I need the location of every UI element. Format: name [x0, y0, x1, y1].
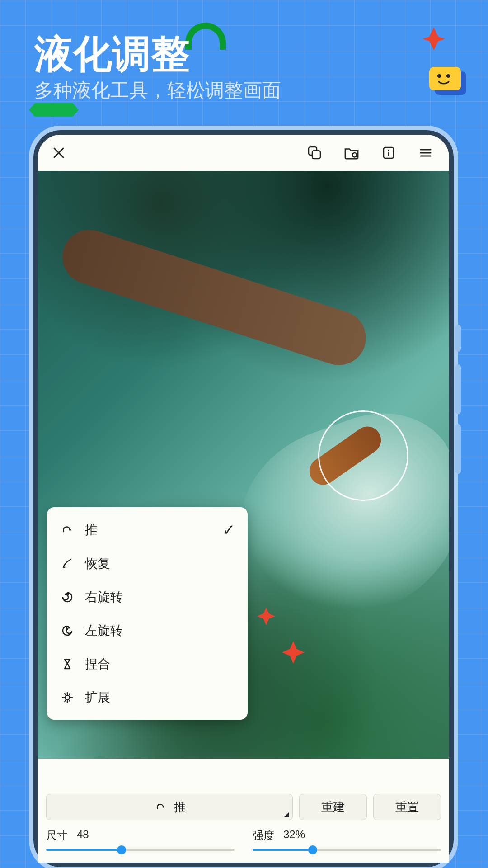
popup-label: 右旋转 [85, 589, 123, 606]
popup-item-expand[interactable]: 扩展 [47, 681, 248, 714]
popup-label: 扩展 [85, 689, 110, 706]
pinch-icon [60, 656, 75, 672]
push-icon [153, 799, 169, 815]
rebuild-button[interactable]: 重建 [299, 794, 367, 820]
push-icon [60, 522, 75, 538]
arc-decoration [185, 23, 226, 50]
app-toolbar [38, 135, 449, 171]
popup-item-pinch[interactable]: 捏合 [47, 647, 248, 681]
bottom-controls: 推 重建 重置 尺寸 48 强度 32% [38, 789, 449, 863]
info-icon[interactable] [380, 145, 397, 161]
popup-label: 捏合 [85, 656, 110, 673]
size-value: 48 [77, 828, 89, 843]
popup-label: 推 [85, 521, 98, 538]
svg-point-13 [69, 529, 71, 531]
phone-button [455, 364, 461, 414]
tool-selector-label: 推 [174, 799, 186, 815]
reset-button[interactable]: 重置 [373, 794, 441, 820]
popup-label: 恢复 [85, 555, 110, 572]
tool-selector-button[interactable]: 推 [46, 794, 293, 820]
clone-icon[interactable] [306, 145, 323, 161]
svg-rect-1 [429, 67, 461, 90]
svg-point-15 [163, 806, 164, 808]
subline: 多种液化工具，轻松调整画面 [34, 78, 281, 103]
size-label: 尺寸 [46, 828, 68, 843]
chat-decoration [427, 67, 469, 103]
phone-button [455, 325, 461, 352]
svg-point-2 [437, 74, 441, 78]
pencil-decoration [29, 103, 79, 117]
svg-point-3 [446, 74, 450, 78]
swirl-right-icon [60, 590, 75, 605]
phone-frame: 推 ✓ 恢复 右旋转 左旋转 捏合 扩展 [33, 130, 454, 867]
strength-label: 强度 [253, 828, 274, 843]
strength-slider[interactable] [253, 845, 441, 854]
popup-item-push[interactable]: 推 ✓ [47, 513, 248, 547]
check-icon: ✓ [222, 521, 235, 539]
popup-item-rotate-right[interactable]: 右旋转 [47, 580, 248, 614]
svg-point-14 [65, 695, 70, 700]
canvas-area[interactable]: 推 ✓ 恢复 右旋转 左旋转 捏合 扩展 [38, 171, 449, 759]
swirl-left-icon [60, 623, 75, 638]
phone-button [455, 424, 461, 474]
close-icon[interactable] [51, 145, 67, 161]
svg-rect-5 [312, 151, 320, 159]
reset-label: 重置 [395, 799, 419, 815]
menu-icon[interactable] [418, 145, 434, 161]
tool-popup: 推 ✓ 恢复 右旋转 左旋转 捏合 扩展 [47, 507, 248, 720]
headline: 液化调整 [34, 28, 190, 81]
folder-icon[interactable] [343, 145, 360, 161]
strength-value: 32% [283, 828, 305, 843]
svg-point-6 [352, 153, 357, 157]
dropdown-indicator-icon [284, 812, 289, 817]
rebuild-label: 重建 [321, 799, 345, 815]
size-slider[interactable] [46, 845, 235, 854]
brush-icon [60, 556, 75, 571]
popup-label: 左旋转 [85, 622, 123, 639]
popup-item-restore[interactable]: 恢复 [47, 547, 248, 580]
brush-cursor [318, 410, 408, 501]
popup-item-rotate-left[interactable]: 左旋转 [47, 614, 248, 647]
expand-icon [60, 690, 75, 705]
star-decoration [420, 25, 447, 52]
